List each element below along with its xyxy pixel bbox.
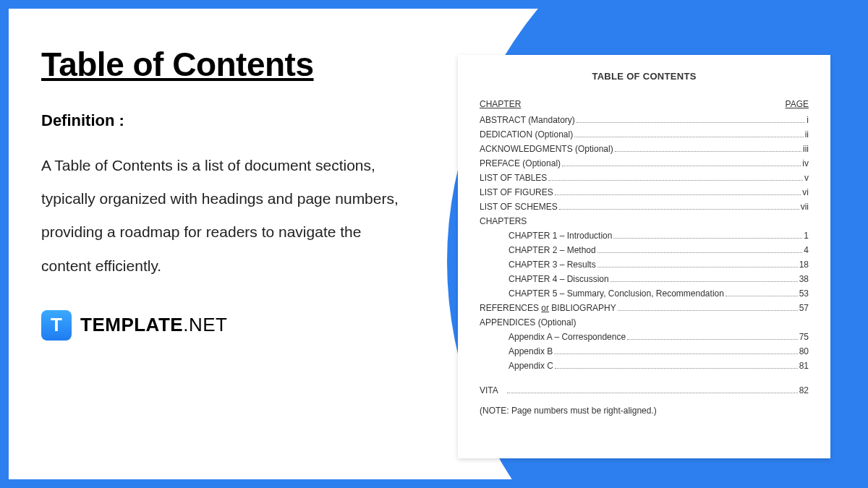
toc-document-preview: TABLE OF CONTENTS CHAPTER PAGE ABSTRACT …	[458, 55, 830, 458]
dots	[555, 368, 798, 369]
definition-label: Definition :	[41, 111, 403, 130]
toc-label: Appendix C	[509, 361, 553, 371]
dots	[615, 151, 801, 152]
toc-label: ABSTRACT (Mandatory)	[480, 115, 575, 125]
toc-chapters: CHAPTER 1 – Introduction1CHAPTER 2 – Met…	[480, 231, 809, 299]
toc-label: CHAPTER 5 – Summary, Conclusion, Recomme…	[509, 288, 724, 299]
toc-label: CHAPTER 2 – Method	[509, 245, 596, 255]
references-page: 57	[799, 303, 809, 313]
toc-page: v	[804, 173, 809, 183]
toc-page: ii	[805, 129, 809, 140]
toc-label: ACKNOWLEDGMENTS (Optional)	[480, 144, 613, 154]
toc-label: LIST OF FIGURES	[480, 187, 553, 197]
toc-row: Appendix B80	[480, 346, 809, 356]
doc-column-headers: CHAPTER PAGE	[480, 99, 809, 109]
toc-row: CHAPTER 2 – Method4	[480, 245, 809, 255]
toc-page: 81	[799, 361, 809, 371]
chapters-header: CHAPTERS	[480, 216, 809, 226]
toc-row: CHAPTER 3 – Results18	[480, 260, 809, 270]
toc-page: 18	[799, 260, 809, 270]
dots	[610, 281, 798, 282]
doc-title: TABLE OF CONTENTS	[480, 71, 809, 82]
toc-label: LIST OF TABLES	[480, 173, 547, 183]
toc-label: CHAPTER 1 – Introduction	[509, 231, 612, 241]
col-page: PAGE	[786, 99, 809, 109]
toc-row: LIST OF FIGURESvi	[480, 187, 809, 197]
toc-row: CHAPTER 4 – Discussion38	[480, 274, 809, 284]
dots	[576, 122, 806, 123]
appendices-header: APPENDICES (Optional)	[480, 317, 809, 328]
toc-label: Appendix B	[509, 346, 553, 356]
page-title: Table of Contents	[41, 45, 403, 84]
col-chapter: CHAPTER	[480, 99, 521, 109]
toc-page: 38	[799, 274, 809, 284]
brand-t-icon: T	[41, 310, 72, 341]
toc-row: Appendix C81	[480, 361, 809, 371]
dots	[548, 180, 803, 181]
brand-name: TEMPLATE	[80, 314, 183, 335]
dots	[555, 194, 801, 195]
toc-entries: ABSTRACT (Mandatory)iDEDICATION (Optiona…	[480, 115, 809, 212]
toc-page: vi	[802, 187, 809, 197]
dots	[618, 310, 798, 311]
toc-note: (NOTE: Page numbers must be right-aligne…	[480, 406, 809, 416]
toc-page: i	[807, 115, 809, 125]
toc-row: CHAPTER 5 – Summary, Conclusion, Recomme…	[480, 288, 809, 299]
toc-label: CHAPTER 4 – Discussion	[509, 274, 609, 284]
toc-page: vii	[801, 202, 809, 212]
dots	[627, 339, 798, 340]
vita-page: 82	[799, 385, 809, 395]
references-label: REFERENCES or BIBLIOGRAPHY	[480, 303, 616, 313]
content-panel: Table of Contents Definition : A Table o…	[9, 9, 859, 479]
dots	[559, 209, 799, 210]
toc-page: iv	[802, 158, 809, 168]
references-row: REFERENCES or BIBLIOGRAPHY 57	[480, 303, 809, 313]
dots	[574, 137, 804, 137]
toc-label: Appendix A – Correspondence	[509, 332, 626, 342]
dots	[507, 393, 798, 393]
toc-row: ACKNOWLEDGMENTS (Optional)iii	[480, 144, 809, 154]
left-column: Table of Contents Definition : A Table o…	[41, 45, 403, 341]
toc-label: CHAPTER 3 – Results	[509, 260, 596, 270]
toc-label: PREFACE (Optional)	[480, 158, 561, 168]
dots	[726, 296, 798, 296]
toc-row: DEDICATION (Optional)ii	[480, 129, 809, 140]
toc-appendices: Appendix A – Correspondence75Appendix B8…	[480, 332, 809, 371]
toc-row: Appendix A – Correspondence75	[480, 332, 809, 342]
vita-label: VITA	[480, 385, 498, 395]
toc-page: iii	[803, 144, 809, 154]
dots	[613, 238, 802, 239]
dots	[597, 252, 803, 253]
toc-page: 80	[799, 346, 809, 356]
toc-row: LIST OF TABLESv	[480, 173, 809, 183]
dots	[554, 354, 797, 354]
toc-row: CHAPTER 1 – Introduction1	[480, 231, 809, 241]
toc-label: DEDICATION (Optional)	[480, 129, 573, 140]
toc-page: 53	[799, 288, 809, 299]
toc-label: LIST OF SCHEMES	[480, 202, 558, 212]
vita-row: VITA 82	[480, 385, 809, 395]
toc-page: 4	[804, 245, 809, 255]
toc-row: ABSTRACT (Mandatory)i	[480, 115, 809, 125]
dots	[562, 166, 801, 166]
toc-page: 75	[799, 332, 809, 342]
toc-row: LIST OF SCHEMESvii	[480, 202, 809, 212]
dots	[597, 267, 798, 267]
toc-row: PREFACE (Optional)iv	[480, 158, 809, 168]
toc-page: 1	[804, 231, 809, 241]
definition-text: A Table of Contents is a list of documen…	[41, 149, 403, 283]
brand-wordmark: TEMPLATE.NET	[80, 314, 227, 336]
brand-logo: T TEMPLATE.NET	[41, 310, 403, 341]
brand-suffix: .NET	[183, 314, 227, 335]
